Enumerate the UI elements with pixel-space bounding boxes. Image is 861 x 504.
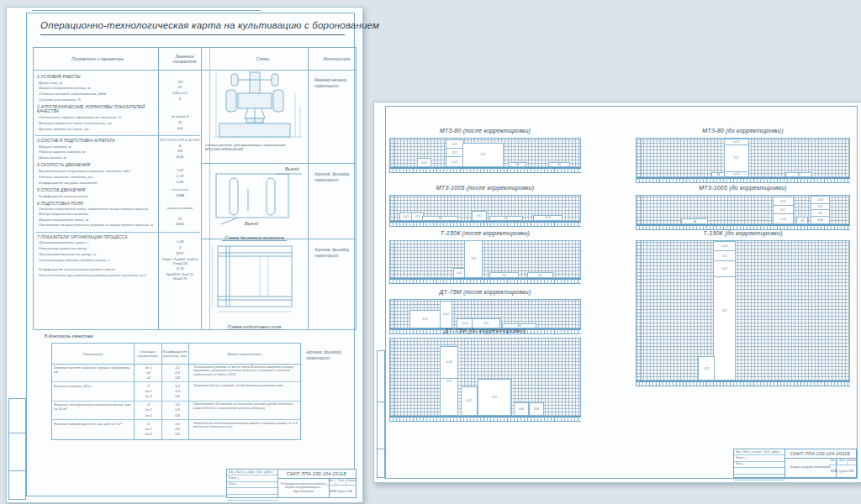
chart-title: ДТ-75М (до корректировки) [389, 328, 581, 336]
timeline-ticks [389, 279, 581, 284]
load-block-label: К12 [471, 257, 476, 260]
scheme-caption: Схема подготовки поля [225, 324, 284, 330]
quality-method: Определяют подсчётом количества комьев с… [192, 420, 300, 438]
page-title: Операционно-технологическая карта на кул… [40, 20, 345, 35]
quality-table-body: Отклонение от заданной глубины обработки… [52, 364, 300, 439]
load-block-label: К13 [818, 205, 823, 208]
section-heading: 2.АГРОТЕХНИЧЕСКИЕ НОРМАТИВЫ ПОКАЗАТЕЛЕЙ … [35, 105, 200, 113]
title-block: Изм.Лист№ докум.Подп.ДатаРазраб.Пров. СК… [733, 449, 857, 478]
load-block-label: К4 [515, 163, 519, 166]
section-heading-label: 1.УСЛОВИЯ РАБОТЫ [35, 75, 160, 79]
chart-band: К4К122и102и10К8 [636, 138, 850, 179]
load-block: К1В [529, 402, 544, 416]
lit-cell: Лит. [326, 478, 336, 485]
load-block: К12 [464, 240, 483, 278]
load-block: 2и10 [724, 139, 749, 145]
section-heading-value: МТЗ-1025+КПН-4+4Л-302 [160, 139, 200, 143]
role-cell: Пров. [735, 463, 743, 465]
header-executors: Исполнители [318, 56, 356, 61]
timeline-ticks [636, 178, 850, 183]
load-block-label: К4 [716, 173, 720, 176]
load-block-label: К13 [415, 215, 420, 218]
lit-cells: Лит.ЛистЛистов [828, 458, 856, 465]
executor-cell: Агроном, бригадир, тракторист [308, 239, 356, 338]
load-block: 2и10 [446, 156, 464, 167]
load-block-label: 2и10 [443, 312, 449, 316]
revision-header-cell: Лист [235, 471, 244, 474]
load-block: К4 [422, 216, 458, 221]
load-block-label: К4 [503, 274, 506, 277]
load-block: К4 [796, 217, 809, 224]
param-value: Gр=10,6; Gх=7,3; Gо=2,78 [160, 273, 200, 281]
scheme-movement: Выезд Выезд Схема движения агрегата [201, 164, 308, 239]
section-heading-value: челночный [160, 188, 200, 192]
movement-scheme-diagram: Выезд Выезд [201, 164, 308, 228]
load-block: К8 [785, 172, 812, 177]
load-block-label: К8 [504, 217, 508, 220]
load-block: 2и10 [724, 171, 749, 177]
load-block: К12 [472, 211, 487, 221]
quality-grades: 0до 1до 2 [134, 420, 163, 438]
scheme-field-preparation: Схема подготовки поля [201, 239, 308, 329]
role-cell: Пров. [228, 483, 236, 486]
load-block-label: 2и11 [457, 271, 462, 275]
section-heading: 1.УСЛОВИЯ РАБОТЫ [35, 75, 200, 79]
param-row: Расход топлива при различных режимах раб… [35, 273, 200, 281]
header-params: Показатели и параметры [34, 56, 161, 61]
param-label: Коэффициент использования времени смены [35, 267, 160, 271]
quality-method: Замеряют длину и площадь необработанных … [192, 382, 300, 400]
load-block-label: 2и10 [545, 216, 551, 219]
coeff-value: 0,8 [165, 432, 190, 437]
revision-row: Пров. [227, 482, 277, 488]
load-block-label: К12 [477, 214, 482, 218]
load-block-label: К12 [734, 156, 739, 160]
load-block-label: 2и11 [721, 267, 727, 270]
revision-row [227, 488, 277, 494]
param-section: 4.СКОРОСТЬ ДВИЖЕНИЯАгротехнически допуст… [35, 163, 200, 185]
quality-row: Наличие неподрезанных сорных растений, ш… [52, 402, 300, 420]
quality-grades: до 1±2±3 [134, 364, 163, 381]
timeline-ticks [389, 168, 581, 173]
param-label: Длина выезда, м [35, 155, 160, 160]
revision-header-cell: Изм. [228, 471, 235, 474]
param-value: 1,58 [160, 240, 200, 244]
quality-grades: 0до 2до 5 [134, 382, 163, 400]
load-block: К12 [462, 143, 504, 167]
load-block-label: К12 [452, 151, 457, 155]
revision-row: Изм.Лист№ докум.Подп.Дата [227, 470, 277, 475]
param-label: Отбивка поворотных полос, обозначение ли… [35, 207, 160, 216]
load-block-label: К13 [423, 318, 428, 321]
chart-title: МТЗ-80 (после корректировки) [389, 128, 581, 136]
revision-row [227, 495, 277, 501]
param-label: Производительность за смену, га [35, 252, 160, 256]
param-value: Тсм=7; Тр=4,8; Тх=0,3; Тпз=2,14 [160, 258, 200, 266]
param-row: Продолжительность цикла, ч1,58 [35, 240, 200, 244]
grade-value: до 5 [135, 394, 161, 399]
quality-header-row: Показатель Градация нормативов Коэффицие… [52, 344, 300, 365]
param-row: Коэффициент рабочих ходов0,944 [35, 194, 200, 198]
load-block: 2и11 [713, 260, 736, 277]
organization: МГАУ группа 104 [326, 486, 356, 497]
quality-method: По диагонали участка не менее чем в 20 м… [192, 364, 300, 381]
section-heading-label: 4.СКОРОСТЬ ДВИЖЕНИЯ [35, 163, 160, 167]
title-block-info: Лит.ЛистЛистов МГАУ группа 104 [828, 458, 856, 477]
param-label: Длина гона, м [35, 81, 160, 85]
param-value: 750 [160, 81, 200, 85]
quality-header-method: Метод определения [188, 352, 300, 356]
edge-boxes [8, 398, 26, 500]
section-heading-value [160, 75, 200, 79]
param-value: согласно схемы [160, 207, 200, 211]
param-label: Коэффициент загрузки двигателя [35, 181, 160, 185]
param-value: 21 [160, 218, 200, 222]
load-block-label: К13 [452, 143, 457, 146]
load-block: К4 [681, 218, 708, 224]
param-row: Высота гребней на длине, см3-4 [35, 127, 200, 131]
quality-indicator: Наличие комьев крупнее 5 см, шт на 1 м² [52, 420, 134, 438]
quality-row: Наличие огрехов, м²/га0до 2до 51,00,90,8… [52, 382, 300, 401]
param-label: Рабочая ширина захвата, м [35, 150, 160, 154]
load-block: 2и10 [461, 386, 478, 416]
quality-indicator: Отклонение от заданной глубины обработки… [52, 364, 134, 381]
section-heading: 5.СПОСОБ ДВИЖЕНИЯчелночный [35, 188, 200, 192]
param-label: Расстояние от края рабочего участка до л… [35, 223, 160, 227]
load-block: 2и10 [533, 215, 563, 221]
